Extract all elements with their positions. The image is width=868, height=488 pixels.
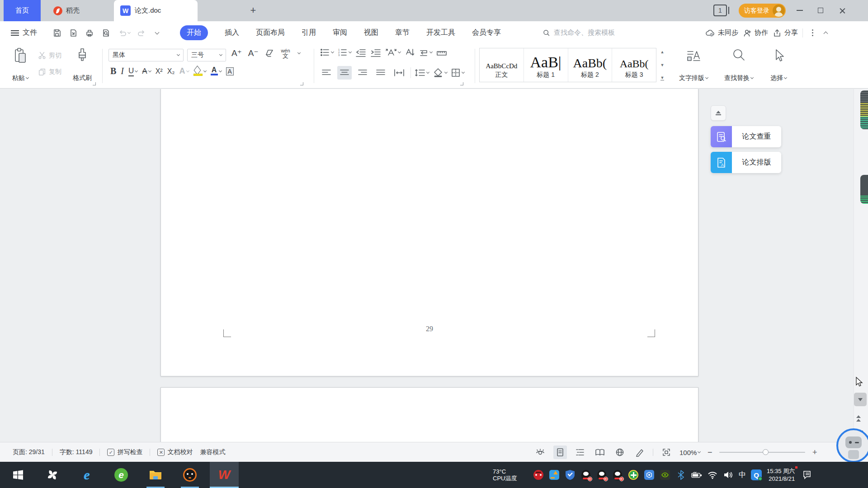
tray-bluetooth-icon[interactable] (675, 469, 686, 480)
minimize-button[interactable] (793, 5, 807, 16)
align-right-button[interactable] (355, 66, 370, 80)
window-count-button[interactable]: 1 (713, 5, 727, 16)
eye-protection-button[interactable] (533, 446, 547, 459)
line-spacing-button[interactable] (415, 68, 429, 77)
text-direction-icon[interactable] (405, 48, 415, 57)
tab-home[interactable]: 首页 (4, 0, 41, 21)
style-normal[interactable]: AaBbCcDd 正文 (480, 48, 524, 82)
share-button[interactable]: 分享 (773, 28, 798, 38)
paper-check-button[interactable]: 论文查重 (711, 126, 781, 147)
export-pdf-icon[interactable] (69, 28, 78, 38)
collapse-panel-button[interactable] (711, 105, 726, 121)
tray-nvidia-icon[interactable] (660, 469, 670, 480)
ribbon-tab-home[interactable]: 开始 (180, 25, 208, 40)
zoom-slider-thumb[interactable] (763, 449, 769, 455)
save-icon[interactable] (52, 28, 61, 38)
scroll-down-button[interactable] (854, 393, 867, 406)
zoom-out-button[interactable]: − (707, 448, 713, 457)
cpu-temp-widget[interactable]: 73°C CPU温度 (493, 468, 528, 482)
styles-scroll-down-icon[interactable]: ▼ (660, 63, 665, 67)
paragraph-dialog-launcher[interactable] (460, 82, 463, 85)
undo-button[interactable] (118, 28, 130, 38)
start-button[interactable] (4, 462, 33, 488)
previous-page-button[interactable] (856, 415, 861, 422)
wrap-mark-button[interactable] (419, 48, 432, 57)
tray-media-app-icon[interactable] (533, 469, 544, 480)
taskbar-wps-office-active[interactable]: W (210, 462, 239, 488)
ribbon-tab-references[interactable]: 引用 (302, 28, 316, 38)
tray-remote-app-icon[interactable] (549, 469, 560, 480)
underline-button[interactable]: U (128, 66, 137, 76)
tray-wifi-icon[interactable] (707, 469, 718, 480)
taskbar-file-explorer[interactable] (141, 462, 170, 488)
text-effects-button[interactable]: A (179, 66, 189, 76)
tab-document-active[interactable]: W 论文.doc (114, 0, 198, 21)
distribute-button[interactable] (392, 66, 407, 80)
document-page-29[interactable] (160, 89, 698, 376)
ribbon-tab-review[interactable]: 审阅 (333, 28, 347, 38)
tray-antivirus-icon[interactable] (628, 469, 639, 480)
command-search-box[interactable]: 查找命令、搜索模板 (542, 21, 615, 44)
pinyin-guide-button[interactable]: wén 文 (281, 48, 290, 58)
read-layout-button[interactable] (593, 446, 607, 459)
web-layout-button[interactable] (613, 446, 627, 459)
print-preview-icon[interactable] (101, 28, 110, 38)
collapse-ribbon-icon[interactable] (824, 32, 828, 36)
cut-button[interactable]: 剪切 (38, 52, 61, 60)
select-button[interactable]: 选择 (765, 48, 792, 82)
increase-font-button[interactable]: A⁺ (231, 48, 242, 58)
bullet-list-button[interactable] (320, 48, 334, 57)
italic-button[interactable]: I (121, 66, 124, 76)
ribbon-tab-section[interactable]: 章节 (395, 28, 410, 38)
char-border-button[interactable]: A (226, 67, 234, 75)
font-name-select[interactable]: 黑体 (108, 49, 184, 61)
tray-qq-icon-1[interactable] (580, 469, 591, 480)
styles-more-icon[interactable]: ▼ (660, 75, 665, 80)
pinyin-dropdown-icon[interactable] (297, 51, 301, 54)
font-dialog-launcher[interactable] (300, 82, 303, 85)
print-icon[interactable] (85, 28, 94, 38)
strikethrough-button[interactable]: A (142, 67, 151, 76)
styles-scroll-up-icon[interactable]: ▲ (660, 50, 665, 54)
action-center-button[interactable] (802, 469, 812, 480)
redo-icon[interactable] (137, 28, 146, 38)
clipboard-dialog-launcher[interactable] (93, 82, 96, 85)
format-painter-button[interactable]: 格式刷 (68, 48, 97, 82)
fit-page-button[interactable] (660, 446, 673, 459)
decrease-font-button[interactable]: A⁻ (248, 48, 259, 58)
smart-typeset-button[interactable] (385, 48, 401, 57)
borders-button[interactable] (451, 68, 464, 78)
sync-status-button[interactable]: 未同步 (705, 28, 738, 38)
zoom-level-select[interactable]: 100% (679, 449, 700, 456)
ribbon-tab-insert[interactable]: 插入 (225, 28, 239, 38)
ime-indicator[interactable]: 中 (739, 470, 746, 480)
page-indicator[interactable]: 页面: 29/31 (13, 448, 45, 456)
taskbar-360-browser[interactable]: e (107, 462, 136, 488)
collaborate-button[interactable]: 协作 (743, 28, 768, 38)
shading-button[interactable] (433, 68, 447, 78)
tab-ruler-icon[interactable] (436, 48, 447, 57)
tray-input-method-icon[interactable]: Q (751, 469, 762, 480)
proofread-toggle[interactable]: ✕文档校对 (157, 448, 193, 456)
style-heading2[interactable]: AaBb( 标题 2 (568, 48, 613, 82)
wps-assistant-button[interactable] (836, 428, 868, 463)
word-count[interactable]: 字数: 11149 (60, 448, 93, 456)
customize-toolbar-icon[interactable] (155, 30, 160, 35)
decrease-indent-icon[interactable] (355, 48, 366, 57)
ribbon-tab-view[interactable]: 视图 (364, 28, 378, 38)
clear-format-icon[interactable] (264, 48, 274, 58)
guest-login-button[interactable]: 访客登录 (739, 4, 786, 18)
new-tab-button[interactable]: + (248, 5, 259, 16)
more-options-icon[interactable] (812, 29, 813, 36)
zoom-in-button[interactable]: + (811, 448, 818, 457)
page-view-button[interactable] (553, 446, 567, 459)
align-left-button[interactable] (319, 66, 334, 80)
ink-annotation-button[interactable] (633, 446, 646, 459)
taskbar-pinwheel-app[interactable] (38, 462, 67, 488)
tray-volume-icon[interactable] (723, 469, 734, 480)
compatibility-mode-label[interactable]: 兼容模式 (200, 448, 225, 456)
vertical-scrollbar[interactable] (854, 89, 868, 442)
document-page-30[interactable] (160, 387, 698, 442)
outline-view-button[interactable] (573, 446, 587, 459)
subscript-button[interactable]: X₂ (167, 67, 175, 75)
